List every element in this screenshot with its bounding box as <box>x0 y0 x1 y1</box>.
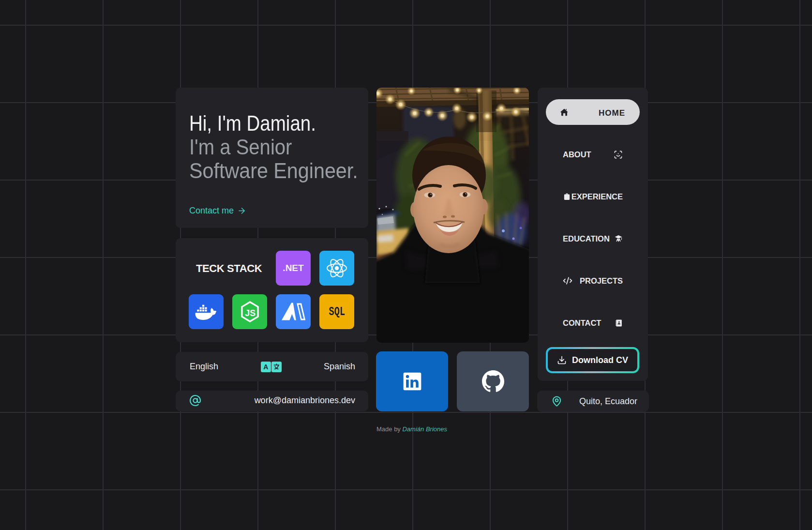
svg-text:JS: JS <box>245 308 256 318</box>
